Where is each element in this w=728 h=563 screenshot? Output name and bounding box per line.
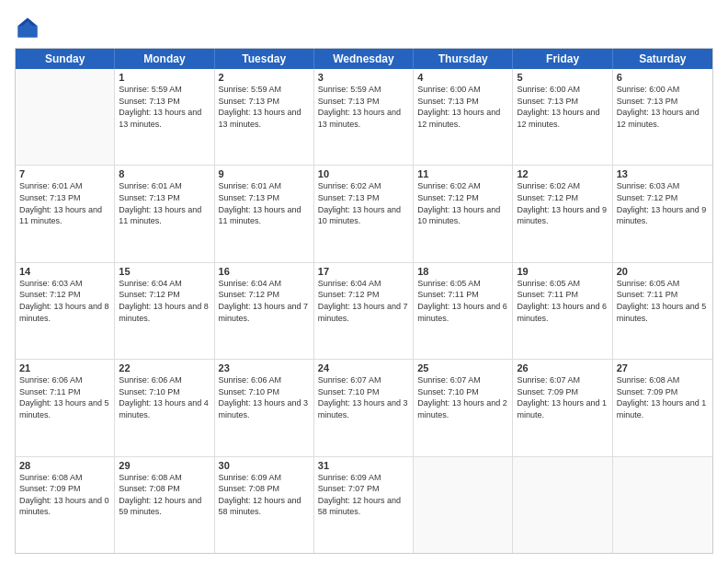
calendar-cell: 2 Sunrise: 5:59 AMSunset: 7:13 PMDayligh… (215, 69, 314, 165)
day-info: Sunrise: 6:04 AMSunset: 7:12 PMDaylight:… (119, 278, 210, 324)
day-info: Sunrise: 6:01 AMSunset: 7:13 PMDaylight:… (19, 180, 110, 226)
calendar-cell: 3 Sunrise: 5:59 AMSunset: 7:13 PMDayligh… (314, 69, 414, 165)
day-number: 23 (219, 362, 310, 373)
day-number: 2 (219, 72, 310, 83)
day-info: Sunrise: 5:59 AMSunset: 7:13 PMDaylight:… (318, 84, 409, 130)
day-number: 7 (19, 168, 110, 179)
calendar-body: 1 Sunrise: 5:59 AMSunset: 7:13 PMDayligh… (16, 69, 712, 553)
day-info: Sunrise: 6:08 AMSunset: 7:08 PMDaylight:… (119, 472, 210, 518)
day-info: Sunrise: 6:05 AMSunset: 7:11 PMDaylight:… (417, 278, 508, 324)
day-number: 5 (517, 72, 608, 83)
calendar-header-cell: Saturday (613, 49, 712, 69)
calendar-row: 21 Sunrise: 6:06 AMSunset: 7:11 PMDaylig… (16, 359, 712, 455)
day-info: Sunrise: 6:06 AMSunset: 7:10 PMDaylight:… (119, 374, 210, 420)
calendar-cell: 19 Sunrise: 6:05 AMSunset: 7:11 PMDaylig… (513, 263, 612, 359)
calendar-cell: 6 Sunrise: 6:00 AMSunset: 7:13 PMDayligh… (613, 69, 712, 165)
calendar-header-cell: Tuesday (215, 49, 314, 69)
calendar: SundayMondayTuesdayWednesdayThursdayFrid… (15, 48, 713, 554)
calendar-cell-empty (414, 457, 513, 553)
calendar-cell: 5 Sunrise: 6:00 AMSunset: 7:13 PMDayligh… (513, 69, 612, 165)
calendar-cell: 1 Sunrise: 5:59 AMSunset: 7:13 PMDayligh… (115, 69, 214, 165)
day-number: 17 (318, 266, 409, 277)
calendar-header-cell: Wednesday (314, 49, 414, 69)
day-number: 16 (219, 266, 310, 277)
day-number: 29 (119, 460, 210, 471)
calendar-header: SundayMondayTuesdayWednesdayThursdayFrid… (16, 49, 712, 69)
calendar-cell: 8 Sunrise: 6:01 AMSunset: 7:13 PMDayligh… (115, 166, 214, 261)
day-number: 30 (219, 460, 310, 471)
logo-icon (15, 15, 40, 40)
day-info: Sunrise: 6:02 AMSunset: 7:12 PMDaylight:… (517, 180, 608, 226)
calendar-cell: 18 Sunrise: 6:05 AMSunset: 7:11 PMDaylig… (414, 263, 513, 359)
day-info: Sunrise: 6:06 AMSunset: 7:11 PMDaylight:… (19, 374, 110, 420)
calendar-header-cell: Friday (513, 49, 612, 69)
day-number: 11 (417, 168, 508, 179)
day-number: 12 (517, 168, 608, 179)
calendar-cell: 22 Sunrise: 6:06 AMSunset: 7:10 PMDaylig… (115, 360, 214, 455)
day-info: Sunrise: 6:07 AMSunset: 7:10 PMDaylight:… (417, 374, 508, 420)
day-info: Sunrise: 6:09 AMSunset: 7:07 PMDaylight:… (318, 472, 409, 518)
day-number: 19 (517, 266, 608, 277)
calendar-cell: 27 Sunrise: 6:08 AMSunset: 7:09 PMDaylig… (613, 360, 712, 455)
day-info: Sunrise: 6:04 AMSunset: 7:12 PMDaylight:… (318, 278, 409, 324)
day-number: 14 (19, 266, 110, 277)
calendar-cell: 24 Sunrise: 6:07 AMSunset: 7:10 PMDaylig… (314, 360, 414, 455)
day-number: 31 (318, 460, 409, 471)
day-number: 24 (318, 362, 409, 373)
calendar-cell: 4 Sunrise: 6:00 AMSunset: 7:13 PMDayligh… (414, 69, 513, 165)
day-number: 15 (119, 266, 210, 277)
calendar-cell: 11 Sunrise: 6:02 AMSunset: 7:12 PMDaylig… (414, 166, 513, 261)
calendar-row: 28 Sunrise: 6:08 AMSunset: 7:09 PMDaylig… (16, 456, 712, 553)
day-info: Sunrise: 6:07 AMSunset: 7:09 PMDaylight:… (517, 374, 608, 420)
calendar-cell: 26 Sunrise: 6:07 AMSunset: 7:09 PMDaylig… (513, 360, 612, 455)
calendar-cell: 17 Sunrise: 6:04 AMSunset: 7:12 PMDaylig… (314, 263, 414, 359)
day-number: 8 (119, 168, 210, 179)
calendar-row: 7 Sunrise: 6:01 AMSunset: 7:13 PMDayligh… (16, 165, 712, 261)
day-info: Sunrise: 6:07 AMSunset: 7:10 PMDaylight:… (318, 374, 409, 420)
calendar-cell: 7 Sunrise: 6:01 AMSunset: 7:13 PMDayligh… (16, 166, 115, 261)
calendar-cell: 30 Sunrise: 6:09 AMSunset: 7:08 PMDaylig… (215, 457, 314, 553)
day-number: 6 (617, 72, 709, 83)
day-info: Sunrise: 6:00 AMSunset: 7:13 PMDaylight:… (517, 84, 608, 130)
day-info: Sunrise: 5:59 AMSunset: 7:13 PMDaylight:… (219, 84, 310, 130)
calendar-cell-empty (613, 457, 712, 553)
svg-rect-2 (18, 26, 38, 37)
day-info: Sunrise: 6:01 AMSunset: 7:13 PMDaylight:… (219, 180, 310, 226)
calendar-cell: 9 Sunrise: 6:01 AMSunset: 7:13 PMDayligh… (215, 166, 314, 261)
calendar-cell: 23 Sunrise: 6:06 AMSunset: 7:10 PMDaylig… (215, 360, 314, 455)
calendar-header-cell: Sunday (16, 49, 115, 69)
day-number: 21 (19, 362, 110, 373)
calendar-cell-empty (16, 69, 115, 165)
calendar-cell: 31 Sunrise: 6:09 AMSunset: 7:07 PMDaylig… (314, 457, 414, 553)
calendar-cell: 21 Sunrise: 6:06 AMSunset: 7:11 PMDaylig… (16, 360, 115, 455)
calendar-cell: 16 Sunrise: 6:04 AMSunset: 7:12 PMDaylig… (215, 263, 314, 359)
calendar-cell: 13 Sunrise: 6:03 AMSunset: 7:12 PMDaylig… (613, 166, 712, 261)
calendar-cell: 14 Sunrise: 6:03 AMSunset: 7:12 PMDaylig… (16, 263, 115, 359)
calendar-cell: 20 Sunrise: 6:05 AMSunset: 7:11 PMDaylig… (613, 263, 712, 359)
calendar-header-cell: Thursday (414, 49, 513, 69)
day-info: Sunrise: 5:59 AMSunset: 7:13 PMDaylight:… (119, 84, 210, 130)
calendar-cell: 25 Sunrise: 6:07 AMSunset: 7:10 PMDaylig… (414, 360, 513, 455)
day-info: Sunrise: 6:03 AMSunset: 7:12 PMDaylight:… (19, 278, 110, 324)
day-info: Sunrise: 6:05 AMSunset: 7:11 PMDaylight:… (517, 278, 608, 324)
day-number: 3 (318, 72, 409, 83)
day-info: Sunrise: 6:03 AMSunset: 7:12 PMDaylight:… (617, 180, 709, 226)
calendar-cell: 28 Sunrise: 6:08 AMSunset: 7:09 PMDaylig… (16, 457, 115, 553)
calendar-cell: 15 Sunrise: 6:04 AMSunset: 7:12 PMDaylig… (115, 263, 214, 359)
day-number: 20 (617, 266, 709, 277)
day-info: Sunrise: 6:04 AMSunset: 7:12 PMDaylight:… (219, 278, 310, 324)
calendar-cell: 29 Sunrise: 6:08 AMSunset: 7:08 PMDaylig… (115, 457, 214, 553)
calendar-row: 14 Sunrise: 6:03 AMSunset: 7:12 PMDaylig… (16, 262, 712, 359)
day-number: 4 (417, 72, 508, 83)
day-info: Sunrise: 6:09 AMSunset: 7:08 PMDaylight:… (219, 472, 310, 518)
day-number: 22 (119, 362, 210, 373)
day-number: 10 (318, 168, 409, 179)
day-number: 26 (517, 362, 608, 373)
day-number: 9 (219, 168, 310, 179)
page: SundayMondayTuesdayWednesdayThursdayFrid… (0, 0, 728, 563)
day-number: 25 (417, 362, 508, 373)
calendar-cell: 12 Sunrise: 6:02 AMSunset: 7:12 PMDaylig… (513, 166, 612, 261)
day-number: 13 (617, 168, 709, 179)
day-number: 1 (119, 72, 210, 83)
calendar-cell: 10 Sunrise: 6:02 AMSunset: 7:13 PMDaylig… (314, 166, 414, 261)
